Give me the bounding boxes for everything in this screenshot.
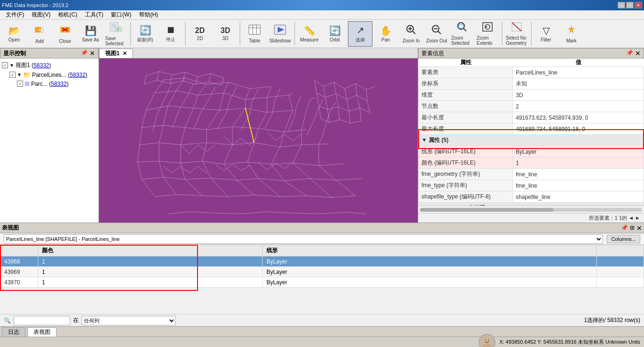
data-table: 颜色 线形 43968 1 ByLayer 4396: [0, 245, 644, 288]
parc-link[interactable]: 58332: [51, 81, 66, 87]
menu-file[interactable]: 文件(F): [2, 10, 28, 20]
zoom-out-button[interactable]: Zoom Out: [424, 21, 449, 47]
menu-camera[interactable]: 相机(C): [54, 10, 81, 20]
table-row-43970[interactable]: 43970 1 ByLayer: [0, 277, 644, 288]
add-button[interactable]: + Add: [27, 21, 52, 47]
svg-line-21: [438, 31, 441, 34]
3d-button[interactable]: 3D 3D: [213, 21, 238, 47]
menu-tools[interactable]: 工具(T): [81, 10, 107, 20]
close-tool-button[interactable]: Close: [53, 21, 77, 47]
filter-button[interactable]: ▽ Filter: [534, 21, 558, 47]
selected-feature: [246, 108, 254, 142]
view-tab-close[interactable]: ✕: [123, 50, 127, 57]
select-no-geometry-button[interactable]: Select No Geometry: [504, 21, 529, 47]
view-tab-view1[interactable]: 视图1 ✕: [99, 49, 133, 58]
element-info-close[interactable]: ✕: [635, 50, 641, 57]
element-info-pin[interactable]: 📌: [626, 50, 633, 57]
tree-checkbox-parcellines[interactable]: [9, 72, 16, 78]
status-coords: X: 493850.6452 Y: 5455631.8916 未知坐标系 Unk…: [499, 339, 640, 346]
menu-view[interactable]: 视图(V): [28, 10, 54, 20]
tree-item-parcellines[interactable]: ▼ 📁 ParcelLines... ( 58332 ): [9, 70, 97, 79]
view1-label: 视图1 (: [16, 61, 33, 69]
minimize-button[interactable]: ─: [618, 2, 625, 8]
prop-row-feature-type: 要素类 ParcelLines_line: [419, 67, 644, 78]
table-source-select[interactable]: ParcelLines_line [SHAPEFILE] - ParcelLin…: [4, 234, 603, 244]
bottom-tab-bar: 表视图 📌 ⊞ ✕: [0, 223, 644, 233]
tree-checkbox-view1[interactable]: [2, 62, 8, 68]
horizontal-scroll[interactable]: [418, 206, 644, 213]
mark-button[interactable]: Mark: [559, 21, 584, 47]
display-control-title: 显示控制: [3, 50, 26, 58]
row-linestyle-43970: ByLayer: [263, 277, 597, 288]
pan-icon: ✋: [380, 25, 392, 36]
svg-point-36: [485, 339, 486, 340]
zoom-in-button[interactable]: Zoom In: [399, 21, 423, 47]
close-button[interactable]: ✕: [635, 2, 642, 8]
bottom-panel-pin[interactable]: 📌: [621, 224, 628, 232]
stop-button[interactable]: ⏹ 停止: [158, 21, 183, 47]
tab-table-view[interactable]: 表视图: [27, 327, 57, 337]
menu-help[interactable]: 帮助(H): [135, 10, 162, 20]
zoom-selected-button[interactable]: Zoom Selected: [450, 21, 474, 47]
tree-item-parc[interactable]: ⊞ Parc... ( 58332 ): [17, 79, 97, 88]
parcellines-link[interactable]: 58332: [70, 72, 85, 78]
table-row-43968[interactable]: 43968 1 ByLayer: [0, 256, 644, 267]
refresh-button[interactable]: 🔄 刷新(R): [133, 21, 157, 47]
select-button[interactable]: ↗ 选择: [348, 21, 372, 47]
zoom-in-icon: [406, 25, 416, 37]
zoom-extents-button[interactable]: Zoom Extents: [475, 21, 500, 47]
bottom-controls: 📌 ⊞ ✕: [621, 224, 642, 232]
search-input[interactable]: [14, 316, 70, 325]
bottom-panel-undock[interactable]: ⊞: [630, 224, 635, 232]
orbit-icon: 🔄: [329, 25, 341, 36]
maximize-button[interactable]: □: [626, 2, 634, 8]
slideshow-button[interactable]: Slideshow: [268, 21, 292, 47]
tree-checkbox-parc[interactable]: [17, 81, 23, 87]
save-as-button[interactable]: 💾 Save As: [78, 21, 103, 47]
properties-table: 属性 值 要素类 ParcelLines_line 坐标系 未知: [418, 58, 644, 206]
orbit-button[interactable]: 🔄 Orbit: [322, 21, 347, 47]
save-selected-button[interactable]: ✓ Save Selected: [104, 21, 128, 47]
map-view-content[interactable]: [99, 58, 418, 223]
columns-button[interactable]: Columns...: [607, 235, 640, 243]
search-column-select[interactable]: 任何列: [82, 316, 176, 325]
prop-row-fme-geometry: fme_geometry (字符串) fme_line: [419, 169, 644, 180]
row-color-43970: 1: [38, 277, 263, 288]
svg-line-17: [413, 31, 415, 34]
add-icon: +: [34, 24, 45, 38]
toolbar-divider-3: [239, 22, 240, 46]
table-row-43969[interactable]: 43969 1 ByLayer: [0, 267, 644, 277]
svg-rect-25: [459, 25, 463, 28]
bottom-tabs: 日志 表视图: [0, 326, 644, 337]
table-button[interactable]: Table: [242, 21, 267, 47]
scroll-info: 所选要素：1 1的 ◄ ►: [418, 213, 644, 223]
bottom-content: ParcelLines_line [SHAPEFILE] - ParcelLin…: [0, 233, 644, 326]
table-view-title: 表视图: [2, 224, 19, 232]
bottom-panel-close[interactable]: ✕: [636, 224, 642, 232]
tab-log[interactable]: 日志: [2, 327, 25, 337]
map-svg: [99, 58, 418, 223]
panel-close-icon[interactable]: ✕: [90, 50, 95, 57]
parcellines-label: ParcelLines... (: [32, 72, 70, 78]
row-color-43968: 1: [38, 256, 263, 267]
tree-expand-parcellines[interactable]: ▼: [17, 72, 22, 77]
hscroll-thumb[interactable]: [420, 208, 553, 212]
save-as-icon: 💾: [85, 25, 97, 36]
panel-pin-icon[interactable]: 📌: [81, 50, 88, 57]
prop-row-color: 颜色 (编码UTF-16LE) 1: [419, 157, 644, 169]
menu-window[interactable]: 窗口(W): [107, 10, 135, 20]
row-count: 1选择的/ 58332 row(s): [584, 316, 640, 324]
hscroll-track[interactable]: [420, 208, 642, 212]
2d-button[interactable]: 2D 2D: [188, 21, 212, 47]
measure-button[interactable]: 📏 Measure: [297, 21, 322, 47]
save-selected-icon: ✓: [109, 21, 123, 35]
tree-expand-view1[interactable]: ▼: [9, 63, 14, 68]
element-info-panel: 要素信息 📌 ✕ 属性 值 要素类: [418, 48, 644, 223]
row-num-43970: 43970: [0, 277, 38, 288]
view1-link[interactable]: 58332: [33, 62, 49, 69]
app-title: FME Data Inspector - 2019.2: [2, 2, 68, 8]
tree-item-view1[interactable]: ▼ 视图1 ( 58332 ): [2, 60, 97, 70]
pan-button[interactable]: ✋ Pan: [373, 21, 398, 47]
open-button[interactable]: 📂 Open: [2, 21, 26, 47]
table-icon: [248, 25, 261, 37]
